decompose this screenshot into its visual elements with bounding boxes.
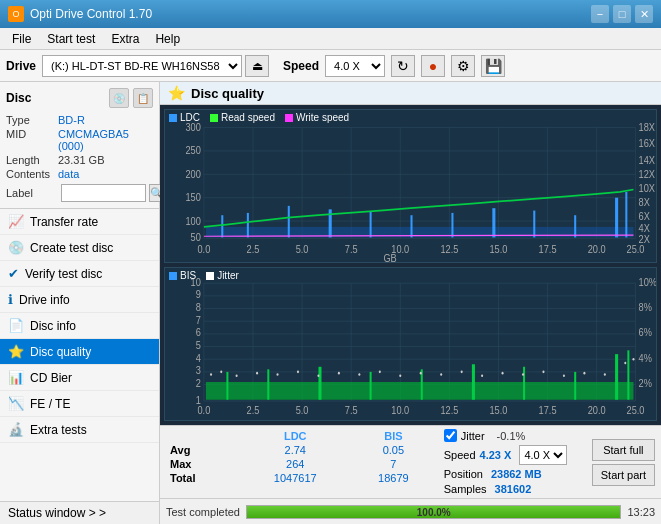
svg-text:150: 150 [185,192,201,204]
eject-button[interactable]: ⏏ [245,55,269,77]
sidebar-item-disc-info[interactable]: 📄 Disc info [0,313,159,339]
svg-point-114 [220,371,222,374]
disc-info-label: Disc info [30,319,76,333]
speed-stat-value: 4.23 X [480,449,512,461]
create-test-icon: 💿 [8,240,24,255]
svg-point-133 [604,373,606,376]
length-label: Length [6,154,58,166]
svg-rect-109 [523,367,525,400]
disc-quality-label: Disc quality [30,345,91,359]
svg-rect-48 [370,212,372,238]
svg-text:18X: 18X [639,121,656,133]
disc-button[interactable]: ● [421,55,445,77]
speed-select[interactable]: 4.0 X [325,55,385,77]
svg-text:14X: 14X [639,154,656,166]
sidebar-item-extra-tests[interactable]: 🔬 Extra tests [0,417,159,443]
upper-chart: LDC Read speed Write speed [164,109,657,263]
menu-bar: File Start test Extra Help [0,28,661,50]
lower-chart-legend: BIS Jitter [169,270,239,281]
title-bar: O Opti Drive Control 1.70 − □ ✕ [0,0,661,28]
sidebar-item-verify-test-disc[interactable]: ✔ Verify test disc [0,261,159,287]
save-button[interactable]: 💾 [481,55,505,77]
label-input[interactable] [61,184,146,202]
disc-panel: Disc 💿 📋 Type BD-R MID CMCMAGBA5 (000) L… [0,82,159,209]
stats-area: LDC BIS Avg 2.74 0.05 Max 264 7 Total [160,425,661,498]
sidebar-item-drive-info[interactable]: ℹ Drive info [0,287,159,313]
refresh-button[interactable]: ↻ [391,55,415,77]
jitter-checkbox[interactable] [444,429,457,442]
menu-file[interactable]: File [4,30,39,48]
svg-text:4%: 4% [639,352,652,364]
status-window-button[interactable]: Status window > > [0,501,159,524]
svg-text:25.0: 25.0 [627,243,645,255]
svg-point-128 [502,372,504,375]
cd-bier-label: CD Bier [30,371,72,385]
settings-button[interactable]: ⚙ [451,55,475,77]
contents-label: Contents [6,168,58,180]
type-label: Type [6,114,58,126]
svg-point-116 [256,372,258,375]
write-speed-legend-label: Write speed [296,112,349,123]
create-test-label: Create test disc [30,241,113,255]
sidebar-item-transfer-rate[interactable]: 📈 Transfer rate [0,209,159,235]
svg-text:15.0: 15.0 [490,243,508,255]
sidebar-item-create-test-disc[interactable]: 💿 Create test disc [0,235,159,261]
start-part-button[interactable]: Start part [592,464,655,486]
start-full-button[interactable]: Start full [592,439,655,461]
svg-text:6: 6 [196,326,201,338]
disc-icon-2[interactable]: 📋 [133,88,153,108]
drive-info-icon: ℹ [8,292,13,307]
sidebar-item-cd-bier[interactable]: 📊 CD Bier [0,365,159,391]
mid-label: MID [6,128,58,152]
transfer-rate-label: Transfer rate [30,215,98,229]
svg-rect-54 [615,198,618,238]
transfer-rate-icon: 📈 [8,214,24,229]
drive-toolbar: Drive (K:) HL-DT-ST BD-RE WH16NS58 TST4 … [0,50,661,82]
svg-point-130 [542,371,544,374]
label-label: Label [6,187,58,199]
svg-text:12.5: 12.5 [440,404,458,416]
svg-text:50: 50 [191,231,202,243]
sidebar-item-disc-quality[interactable]: ⭐ Disc quality [0,339,159,365]
menu-extra[interactable]: Extra [103,30,147,48]
menu-start-test[interactable]: Start test [39,30,103,48]
minimize-button[interactable]: − [591,5,609,23]
svg-point-135 [632,358,634,361]
svg-rect-102 [206,382,634,400]
svg-text:200: 200 [185,168,201,180]
read-speed-legend-label: Read speed [221,112,275,123]
sidebar: Disc 💿 📋 Type BD-R MID CMCMAGBA5 (000) L… [0,82,160,524]
app-icon: O [8,6,24,22]
svg-text:8X: 8X [639,196,651,208]
svg-text:25.0: 25.0 [627,404,645,416]
maximize-button[interactable]: □ [613,5,631,23]
svg-text:GB: GB [383,252,397,262]
speed-stat-select[interactable]: 4.0 X [519,445,567,465]
svg-text:12.5: 12.5 [440,243,458,255]
svg-rect-105 [318,367,321,400]
svg-point-131 [563,374,565,377]
write-speed-legend-dot [285,114,293,122]
svg-text:12X: 12X [639,168,656,180]
total-bis: 18679 [351,471,436,485]
avg-ldc: 2.74 [239,443,351,457]
svg-point-120 [338,372,340,375]
svg-text:10X: 10X [639,182,656,194]
drive-select[interactable]: (K:) HL-DT-ST BD-RE WH16NS58 TST4 [42,55,242,77]
sidebar-item-fe-te[interactable]: 📉 FE / TE [0,391,159,417]
svg-text:300: 300 [185,121,201,133]
svg-text:10%: 10% [639,276,656,288]
close-button[interactable]: ✕ [635,5,653,23]
svg-text:15.0: 15.0 [490,404,508,416]
disc-icon-1[interactable]: 💿 [109,88,129,108]
position-label: Position [444,468,483,480]
total-row-header: Total [166,471,239,485]
ldc-legend-dot [169,114,177,122]
menu-help[interactable]: Help [147,30,188,48]
quality-header: ⭐ Disc quality [160,82,661,105]
svg-text:7.5: 7.5 [345,404,358,416]
svg-point-123 [399,374,401,377]
samples-label: Samples [444,483,487,495]
svg-text:2%: 2% [639,377,652,389]
svg-rect-112 [627,350,629,399]
